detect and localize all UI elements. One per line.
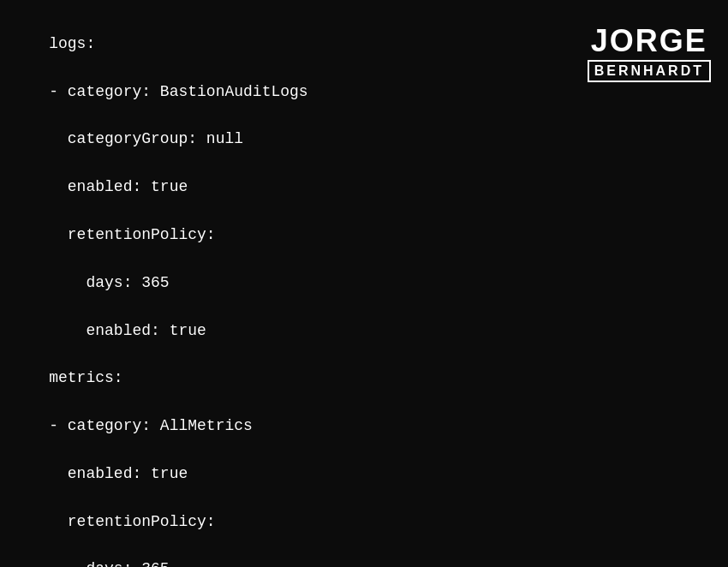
logo-container: JORGE BERNHARDT bbox=[588, 26, 711, 82]
line-enabled-2: enabled: true bbox=[49, 322, 206, 339]
line-category-allmetrics: - category: AllMetrics bbox=[49, 417, 253, 434]
line-enabled-3: enabled: true bbox=[49, 465, 188, 482]
line-logs: logs: bbox=[49, 35, 95, 52]
line-enabled-1: enabled: true bbox=[49, 178, 188, 195]
terminal-output: logs: - category: BastionAuditLogs categ… bbox=[12, 9, 716, 567]
line-category-group: categoryGroup: null bbox=[49, 130, 243, 147]
terminal-window: logs: - category: BastionAuditLogs categ… bbox=[0, 0, 728, 567]
line-metrics: metrics: bbox=[49, 369, 122, 386]
logo-bernhardt: BERNHARDT bbox=[588, 60, 711, 82]
line-retention-policy-1: retentionPolicy: bbox=[49, 226, 215, 243]
logo-jorge: JORGE bbox=[588, 26, 711, 57]
line-days-2: days: 365 bbox=[49, 560, 169, 567]
line-category-bastion: - category: BastionAuditLogs bbox=[49, 83, 307, 100]
line-retention-policy-2: retentionPolicy: bbox=[49, 513, 215, 530]
line-days-1: days: 365 bbox=[49, 274, 169, 291]
